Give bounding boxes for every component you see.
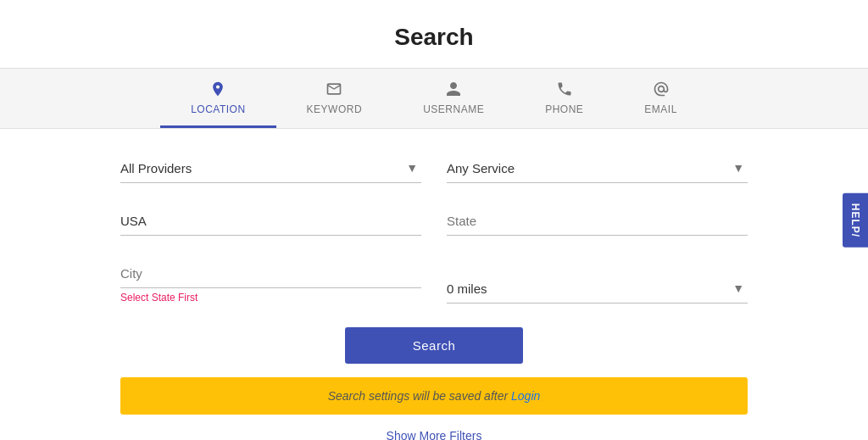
provider-group: All Providers ▼	[120, 154, 421, 183]
help-button[interactable]: HELP/	[843, 192, 868, 247]
info-text: Search settings will be saved after	[328, 389, 511, 403]
email-icon	[653, 81, 670, 100]
search-btn-row: Search	[120, 327, 748, 364]
tab-location[interactable]: LOCATION	[160, 69, 275, 128]
tab-email-label: EMAIL	[644, 103, 677, 115]
location-icon	[209, 81, 226, 100]
state-group	[447, 207, 748, 236]
login-link[interactable]: Login	[511, 389, 540, 403]
info-banner: Search settings will be saved after Logi…	[120, 377, 748, 415]
tab-username-label: USERNAME	[423, 103, 484, 115]
tab-keyword[interactable]: KEYWORD	[276, 69, 393, 128]
service-select[interactable]: Any Service	[447, 154, 748, 183]
keyword-icon	[326, 81, 342, 100]
provider-service-row: All Providers ▼ Any Service ▼	[120, 154, 748, 183]
page-title: Search	[0, 24, 868, 51]
city-distance-row: Select State First 0 miles 5 miles 10 mi…	[120, 259, 748, 304]
show-more-row: Show More Filters	[120, 428, 748, 440]
page-header: Search	[0, 0, 868, 68]
tab-phone-label: PHONE	[545, 103, 583, 115]
tab-bar: LOCATION KEYWORD USERNAME PHONE EMAIL	[0, 69, 868, 129]
tab-phone[interactable]: PHONE	[515, 69, 614, 128]
country-group	[120, 207, 421, 236]
username-icon	[445, 81, 462, 100]
phone-icon	[556, 81, 573, 100]
country-input[interactable]	[120, 207, 421, 236]
provider-select[interactable]: All Providers	[120, 154, 421, 183]
search-button[interactable]: Search	[345, 327, 524, 364]
distance-group: 0 miles 5 miles 10 miles 25 miles 50 mil…	[447, 275, 748, 304]
distance-select[interactable]: 0 miles 5 miles 10 miles 25 miles 50 mil…	[447, 275, 748, 304]
country-state-row	[120, 207, 748, 236]
city-input[interactable]	[120, 259, 421, 288]
show-more-link[interactable]: Show More Filters	[387, 429, 482, 440]
state-input[interactable]	[447, 207, 748, 236]
tab-location-label: LOCATION	[191, 103, 245, 115]
tab-keyword-label: KEYWORD	[307, 103, 363, 115]
city-group: Select State First	[120, 259, 421, 304]
service-group: Any Service ▼	[447, 154, 748, 183]
main-content: All Providers ▼ Any Service ▼ Select Sta…	[103, 129, 765, 440]
city-error: Select State First	[120, 292, 421, 304]
tab-email[interactable]: EMAIL	[614, 69, 708, 128]
tab-username[interactable]: USERNAME	[392, 69, 515, 128]
